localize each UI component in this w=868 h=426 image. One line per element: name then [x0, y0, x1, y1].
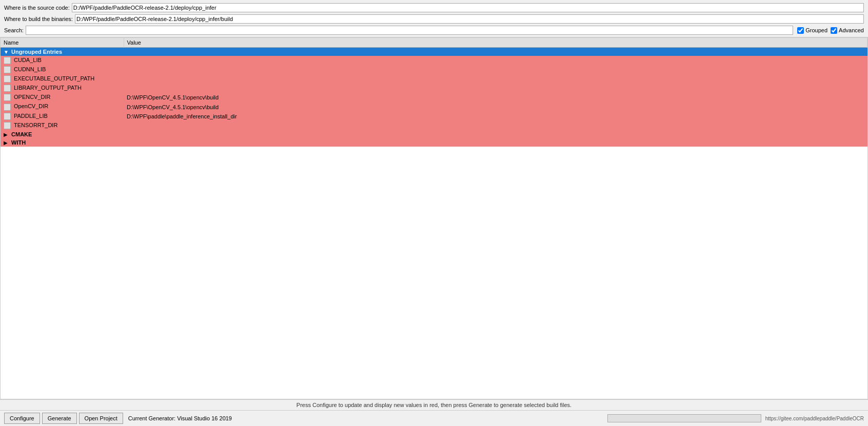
color-indicator: [4, 85, 11, 92]
color-indicator: [4, 75, 11, 83]
color-indicator: [4, 122, 11, 129]
grouped-label: Grouped: [805, 27, 827, 33]
build-input[interactable]: [75, 14, 864, 24]
source-row: Where is the source code:: [4, 3, 864, 12]
color-indicator: [4, 94, 11, 101]
build-row: Where to build the binaries:: [4, 14, 864, 24]
table-cell-value: D:\WPF\OpenCV_4.5.1\opencv\build: [124, 102, 867, 111]
table-cell-name: OpenCV_DIR: [1, 102, 124, 111]
table-row[interactable]: CUDNN_LIB: [1, 65, 867, 74]
color-indicator: [4, 104, 11, 111]
entry-name: EXECUTABLE_OUTPUT_PATH: [12, 75, 94, 82]
table-cell-name: ▶ WITH: [1, 138, 124, 147]
search-row: Search: Grouped Advanced: [4, 26, 864, 35]
entry-name: OpenCV_DIR: [12, 103, 48, 109]
advanced-checkbox-label[interactable]: Advanced: [831, 27, 864, 34]
table-cell-value: [124, 74, 867, 84]
top-bar: Where is the source code: Where to build…: [0, 0, 868, 37]
table-cell-name: LIBRARY_OUTPUT_PATH: [1, 84, 124, 93]
col-name-header: Name: [1, 38, 124, 48]
entry-name: TENSORRT_DIR: [12, 122, 57, 128]
entry-name: PADDLE_LIB: [12, 113, 48, 119]
table-cell-value: D:\WPF\paddle\paddle_inference_install_d…: [124, 112, 867, 121]
table-cell-value: D:\WPF\OpenCV_4.5.1\opencv\build: [124, 93, 867, 102]
bottom-bar: Configure Generate Open Project Current …: [0, 410, 868, 426]
table-cell-value: [124, 48, 867, 56]
table-row[interactable]: ▶ WITH: [1, 138, 867, 147]
entry-name: LIBRARY_OUTPUT_PATH: [12, 85, 82, 91]
table-cell-name: TENSORRT_DIR: [1, 121, 124, 130]
color-indicator: [4, 113, 11, 120]
table-container: Name Value ▼ Ungrouped EntriesCUDA_LIBCU…: [0, 37, 868, 399]
search-label: Search:: [4, 27, 24, 33]
col-value-header: Value: [124, 38, 867, 48]
table-row[interactable]: LIBRARY_OUTPUT_PATH: [1, 84, 867, 93]
table-cell-value: [124, 65, 867, 74]
expand-icon[interactable]: ▶: [4, 140, 10, 146]
table-row[interactable]: EXECUTABLE_OUTPUT_PATH: [1, 74, 867, 84]
table-row[interactable]: PADDLE_LIBD:\WPF\paddle\paddle_inference…: [1, 112, 867, 121]
entry-name: CUDA_LIB: [12, 57, 42, 63]
group-name: CMAKE: [10, 131, 32, 137]
table-row[interactable]: OPENCV_DIRD:\WPF\OpenCV_4.5.1\opencv\bui…: [1, 93, 867, 102]
table-cell-name: CUDA_LIB: [1, 56, 124, 65]
table-row[interactable]: ▼ Ungrouped Entries: [1, 48, 867, 56]
entry-name: OPENCV_DIR: [12, 94, 51, 100]
status-message: Press Configure to update and display ne…: [297, 402, 571, 408]
generate-button[interactable]: Generate: [42, 413, 77, 424]
entry-name: CUDNN_LIB: [12, 66, 46, 72]
color-indicator: [4, 57, 11, 64]
checkboxes-area: Grouped Advanced: [797, 27, 864, 34]
grouped-checkbox-label[interactable]: Grouped: [797, 27, 827, 34]
table-cell-value: [124, 121, 867, 130]
progress-bar: [607, 414, 761, 422]
table-cell-value: [124, 84, 867, 93]
table-cell-value: [124, 56, 867, 65]
table-cell-value: [124, 130, 867, 138]
table-cell-name: OPENCV_DIR: [1, 93, 124, 102]
collapse-icon[interactable]: ▼: [4, 49, 10, 55]
color-indicator: [4, 66, 11, 73]
status-bar: Press Configure to update and display ne…: [0, 399, 868, 410]
expand-icon[interactable]: ▶: [4, 132, 10, 137]
group-name: Ungrouped Entries: [10, 49, 62, 55]
table-cell-name: CUDNN_LIB: [1, 65, 124, 74]
source-input[interactable]: [72, 3, 864, 12]
table-cell-name: ▶ CMAKE: [1, 130, 124, 138]
table-row[interactable]: TENSORRT_DIR: [1, 121, 867, 130]
configure-button[interactable]: Configure: [4, 413, 40, 424]
table-cell-name: ▼ Ungrouped Entries: [1, 48, 124, 56]
table-header-row: Name Value: [1, 38, 867, 48]
table-row[interactable]: OpenCV_DIRD:\WPF\OpenCV_4.5.1\opencv\bui…: [1, 102, 867, 111]
search-input[interactable]: [26, 26, 793, 35]
generator-label: Current Generator: Visual Studio 16 2019: [128, 415, 232, 421]
table-cell-value: [124, 138, 867, 147]
table-cell-name: EXECUTABLE_OUTPUT_PATH: [1, 74, 124, 84]
table-body: ▼ Ungrouped EntriesCUDA_LIBCUDNN_LIBEXEC…: [1, 48, 867, 147]
table-row[interactable]: ▶ CMAKE: [1, 130, 867, 138]
advanced-label: Advanced: [839, 27, 864, 33]
grouped-checkbox[interactable]: [797, 27, 804, 34]
build-label: Where to build the binaries:: [4, 16, 73, 22]
advanced-checkbox[interactable]: [831, 27, 837, 34]
source-label: Where is the source code:: [4, 5, 70, 11]
group-name: WITH: [10, 139, 26, 146]
table-cell-name: PADDLE_LIB: [1, 112, 124, 121]
open-project-button[interactable]: Open Project: [79, 413, 123, 424]
config-table: Name Value ▼ Ungrouped EntriesCUDA_LIBCU…: [1, 38, 867, 147]
url-text: https://gitee.com/paddlepaddle/PaddleOCR: [765, 416, 864, 421]
table-row[interactable]: CUDA_LIB: [1, 56, 867, 65]
